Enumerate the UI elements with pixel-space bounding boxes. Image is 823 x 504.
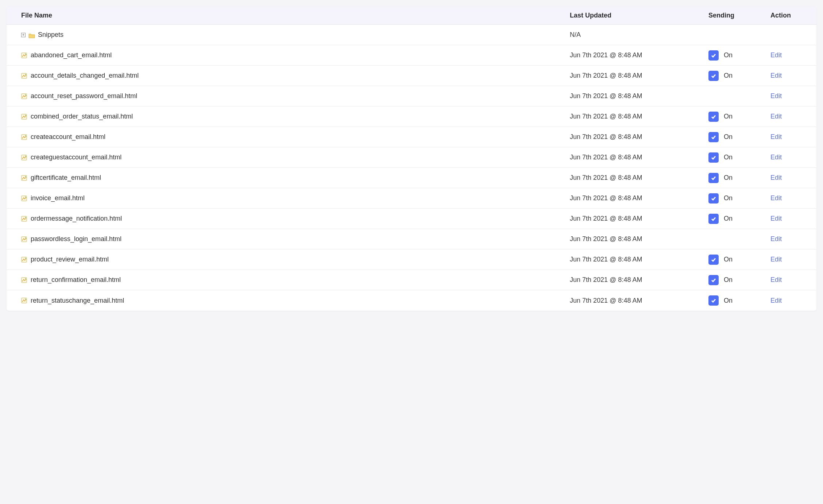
file-cell: ordermessage_notification.html — [7, 215, 561, 222]
table-body: + SnippetsN/A abandoned_cart_email.htmlJ… — [7, 25, 816, 311]
edit-link[interactable]: Edit — [770, 215, 782, 222]
expand-icon[interactable]: + — [21, 33, 26, 37]
table-row: giftcertificate_email.htmlJun 7th 2021 @… — [7, 168, 816, 188]
sending-label: On — [724, 194, 733, 202]
sending-checkbox[interactable] — [708, 152, 719, 163]
file-name[interactable]: abandoned_cart_email.html — [31, 51, 112, 59]
file-action: Edit — [762, 72, 816, 80]
file-action: Edit — [762, 113, 816, 120]
file-sending: On — [700, 173, 762, 183]
edit-link[interactable]: Edit — [770, 297, 782, 304]
edit-link[interactable]: Edit — [770, 276, 782, 283]
file-name[interactable]: passwordless_login_email.html — [31, 235, 121, 243]
column-header-updated: Last Updated — [561, 12, 700, 19]
edit-link[interactable]: Edit — [770, 92, 782, 100]
sending-label: On — [724, 297, 733, 305]
sending-label: On — [724, 133, 733, 141]
edit-link[interactable]: Edit — [770, 72, 782, 79]
file-name[interactable]: createaccount_email.html — [31, 133, 105, 141]
table-row: createguestaccount_email.htmlJun 7th 202… — [7, 147, 816, 168]
edit-link[interactable]: Edit — [770, 51, 782, 59]
file-icon — [21, 277, 27, 283]
email-templates-table: File Name Last Updated Sending Action + … — [7, 7, 816, 311]
file-sending: On — [700, 255, 762, 265]
file-cell: return_statuschange_email.html — [7, 297, 561, 305]
table-row: createaccount_email.htmlJun 7th 2021 @ 8… — [7, 127, 816, 147]
file-updated: Jun 7th 2021 @ 8:48 AM — [561, 174, 700, 182]
sending-checkbox[interactable] — [708, 50, 719, 61]
file-name[interactable]: product_review_email.html — [31, 256, 109, 263]
file-name[interactable]: return_statuschange_email.html — [31, 297, 124, 305]
edit-link[interactable]: Edit — [770, 133, 782, 140]
file-action: Edit — [762, 215, 816, 222]
file-sending: On — [700, 112, 762, 122]
file-action: Edit — [762, 51, 816, 59]
sending-checkbox[interactable] — [708, 71, 719, 81]
sending-label: On — [724, 154, 733, 161]
file-name[interactable]: account_reset_password_email.html — [31, 92, 137, 100]
file-name[interactable]: createguestaccount_email.html — [31, 154, 121, 161]
edit-link[interactable]: Edit — [770, 154, 782, 161]
sending-checkbox[interactable] — [708, 295, 719, 306]
sending-checkbox[interactable] — [708, 193, 719, 203]
table-header: File Name Last Updated Sending Action — [7, 7, 816, 25]
sending-label: On — [724, 276, 733, 284]
file-name[interactable]: giftcertificate_email.html — [31, 174, 101, 182]
folder-icon — [28, 32, 35, 38]
file-cell: account_reset_password_email.html — [7, 92, 561, 100]
file-cell: createguestaccount_email.html — [7, 154, 561, 161]
file-name[interactable]: return_confirmation_email.html — [31, 276, 121, 284]
edit-link[interactable]: Edit — [770, 174, 782, 181]
sending-checkbox[interactable] — [708, 132, 719, 142]
file-icon — [21, 93, 27, 99]
file-action: Edit — [762, 92, 816, 100]
sending-checkbox[interactable] — [708, 112, 719, 122]
sending-label: On — [724, 72, 733, 80]
file-cell: createaccount_email.html — [7, 133, 561, 141]
edit-link[interactable]: Edit — [770, 194, 782, 202]
file-sending: On — [700, 214, 762, 224]
sending-checkbox[interactable] — [708, 173, 719, 183]
column-header-sending: Sending — [700, 12, 762, 19]
folder-name[interactable]: Snippets — [38, 31, 63, 39]
sending-checkbox[interactable] — [708, 214, 719, 224]
file-cell: account_details_changed_email.html — [7, 72, 561, 80]
file-name[interactable]: account_details_changed_email.html — [31, 72, 139, 80]
file-cell: giftcertificate_email.html — [7, 174, 561, 182]
file-updated: Jun 7th 2021 @ 8:48 AM — [561, 51, 700, 59]
file-action: Edit — [762, 133, 816, 141]
table-row: passwordless_login_email.htmlJun 7th 202… — [7, 229, 816, 249]
file-sending: On — [700, 152, 762, 163]
file-cell: invoice_email.html — [7, 194, 561, 202]
table-row: account_details_changed_email.htmlJun 7t… — [7, 66, 816, 86]
file-updated: Jun 7th 2021 @ 8:48 AM — [561, 297, 700, 305]
file-name[interactable]: ordermessage_notification.html — [31, 215, 122, 222]
edit-link[interactable]: Edit — [770, 113, 782, 120]
file-icon — [21, 257, 27, 263]
file-name[interactable]: invoice_email.html — [31, 194, 85, 202]
file-sending: On — [700, 71, 762, 81]
edit-link[interactable]: Edit — [770, 235, 782, 243]
table-row: return_confirmation_email.htmlJun 7th 20… — [7, 270, 816, 290]
file-sending: On — [700, 50, 762, 61]
table-row: product_review_email.htmlJun 7th 2021 @ … — [7, 249, 816, 270]
file-icon — [21, 53, 27, 58]
file-updated: Jun 7th 2021 @ 8:48 AM — [561, 235, 700, 243]
sending-checkbox[interactable] — [708, 275, 719, 285]
file-icon — [21, 73, 27, 79]
file-action: Edit — [762, 297, 816, 305]
file-name[interactable]: combined_order_status_email.html — [31, 113, 133, 120]
file-updated: Jun 7th 2021 @ 8:48 AM — [561, 92, 700, 100]
file-updated: Jun 7th 2021 @ 8:48 AM — [561, 72, 700, 80]
sending-checkbox[interactable] — [708, 255, 719, 265]
file-cell: passwordless_login_email.html — [7, 235, 561, 243]
file-icon — [21, 114, 27, 120]
file-icon — [21, 155, 27, 160]
file-cell: return_confirmation_email.html — [7, 276, 561, 284]
edit-link[interactable]: Edit — [770, 256, 782, 263]
table-row: account_reset_password_email.htmlJun 7th… — [7, 86, 816, 106]
file-updated: Jun 7th 2021 @ 8:48 AM — [561, 154, 700, 161]
file-cell: abandoned_cart_email.html — [7, 51, 561, 59]
file-sending: On — [700, 193, 762, 203]
file-updated: Jun 7th 2021 @ 8:48 AM — [561, 113, 700, 120]
